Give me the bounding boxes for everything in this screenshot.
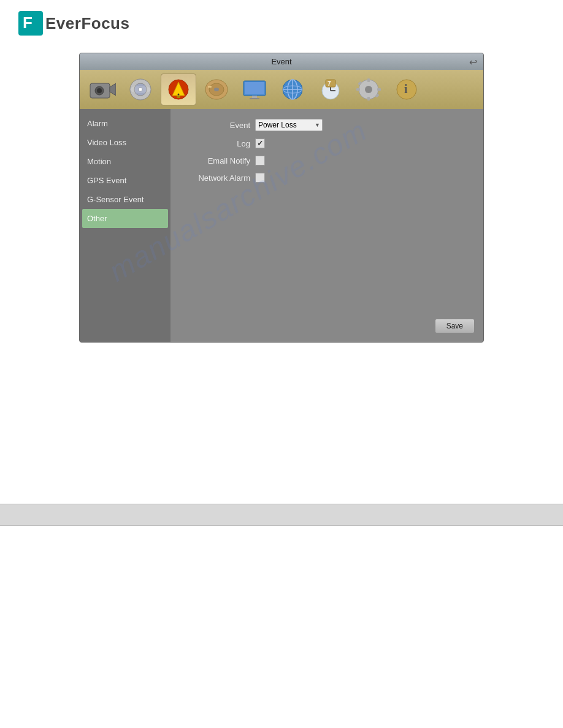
svg-point-33: [365, 86, 372, 93]
toolbar-camera-button[interactable]: [85, 74, 120, 105]
event-row: Event Power Loss Disk Full Disk Error: [183, 119, 471, 131]
toolbar-alarm-button[interactable]: [161, 74, 196, 105]
icon-toolbar: 7 i: [80, 70, 483, 109]
everfocus-logo: F EverFocus: [18, 11, 129, 36]
network-alarm-label: Network Alarm: [183, 173, 250, 183]
svg-rect-34: [367, 78, 370, 82]
svg-point-13: [178, 94, 180, 96]
log-checkbox[interactable]: [255, 138, 265, 148]
svg-text:F: F: [23, 13, 33, 32]
svg-marker-3: [110, 83, 116, 96]
sidebar-item-alarm[interactable]: Alarm: [80, 114, 170, 133]
event-select[interactable]: Power Loss Disk Full Disk Error: [255, 119, 323, 131]
event-label: Event: [183, 121, 250, 130]
toolbar-hdd-button[interactable]: [199, 74, 234, 105]
save-button-row: Save: [435, 319, 475, 333]
ef-logo-icon: F: [18, 11, 43, 36]
log-row: Log: [183, 138, 471, 148]
svg-rect-37: [377, 88, 381, 91]
sidebar-item-video-loss[interactable]: Video Loss: [80, 133, 170, 152]
svg-text:i: i: [404, 82, 408, 96]
email-notify-checkbox[interactable]: [255, 156, 265, 165]
toolbar-network-button[interactable]: [275, 74, 310, 105]
toolbar-schedule-button[interactable]: 7: [313, 74, 348, 105]
toolbar-info-button[interactable]: i: [389, 74, 424, 105]
sidebar: Alarm Video Loss Motion GPS Event G-Sens…: [80, 109, 170, 342]
main-window: Event ↩: [79, 53, 484, 343]
content-area: Alarm Video Loss Motion GPS Event G-Sens…: [80, 109, 483, 342]
logo-text: EverFocus: [45, 14, 129, 33]
svg-text:7: 7: [327, 80, 331, 87]
svg-rect-21: [250, 98, 259, 99]
event-select-wrapper[interactable]: Power Loss Disk Full Disk Error: [255, 119, 323, 131]
svg-rect-12: [177, 96, 180, 98]
svg-rect-36: [356, 88, 360, 91]
right-panel: Event Power Loss Disk Full Disk Error Lo…: [170, 109, 483, 342]
svg-point-16: [214, 88, 219, 91]
log-label: Log: [183, 139, 250, 148]
email-notify-row: Email Notify: [183, 156, 471, 165]
network-alarm-checkbox[interactable]: [255, 173, 265, 183]
window-title: Event: [271, 57, 291, 66]
toolbar-dvd-button[interactable]: [123, 74, 158, 105]
back-button[interactable]: ↩: [469, 56, 477, 67]
svg-point-5: [97, 88, 102, 93]
title-bar: Event ↩: [80, 53, 483, 70]
svg-rect-35: [367, 97, 370, 100]
svg-rect-17: [208, 86, 212, 88]
svg-rect-20: [252, 96, 257, 98]
sidebar-item-motion[interactable]: Motion: [80, 152, 170, 171]
logo-area: F EverFocus: [0, 0, 563, 47]
toolbar-monitor-button[interactable]: [237, 74, 272, 105]
save-button[interactable]: Save: [435, 319, 475, 333]
toolbar-settings-button[interactable]: [351, 74, 386, 105]
sidebar-item-other[interactable]: Other: [82, 209, 168, 228]
bottom-bar: [0, 504, 563, 526]
svg-point-9: [130, 86, 151, 93]
sidebar-item-g-sensor-event[interactable]: G-Sensor Event: [80, 190, 170, 209]
sidebar-item-gps-event[interactable]: GPS Event: [80, 171, 170, 190]
svg-rect-19: [245, 82, 264, 94]
network-alarm-row: Network Alarm: [183, 173, 471, 183]
email-notify-label: Email Notify: [183, 156, 250, 165]
